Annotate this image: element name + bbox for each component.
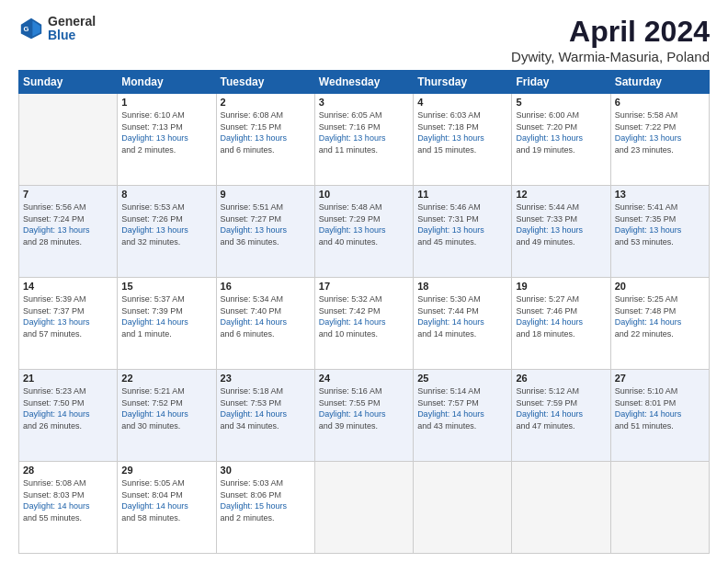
- table-row: 1Sunrise: 6:10 AMSunset: 7:13 PMDaylight…: [118, 94, 216, 186]
- table-row: 20Sunrise: 5:25 AMSunset: 7:48 PMDayligh…: [610, 278, 709, 370]
- day-info: Sunrise: 5:32 AMSunset: 7:42 PMDaylight:…: [319, 293, 409, 339]
- table-row: [414, 462, 512, 554]
- logo-general: General: [48, 15, 96, 29]
- table-row: 7Sunrise: 5:56 AMSunset: 7:24 PMDaylight…: [19, 186, 118, 278]
- day-info: Sunrise: 5:44 AMSunset: 7:33 PMDaylight:…: [516, 201, 606, 247]
- title-block: April 2024 Dywity, Warmia-Masuria, Polan…: [511, 15, 710, 64]
- table-row: 17Sunrise: 5:32 AMSunset: 7:42 PMDayligh…: [314, 278, 413, 370]
- day-info: Sunrise: 5:30 AMSunset: 7:44 PMDaylight:…: [417, 293, 507, 339]
- logo-blue: Blue: [48, 29, 96, 42]
- table-row: 18Sunrise: 5:30 AMSunset: 7:44 PMDayligh…: [414, 278, 512, 370]
- day-info: Sunrise: 6:00 AMSunset: 7:20 PMDaylight:…: [516, 109, 606, 155]
- day-info: Sunrise: 5:12 AMSunset: 7:59 PMDaylight:…: [516, 385, 606, 431]
- day-number: 25: [417, 373, 507, 384]
- header: G General Blue April 2024 Dywity, Warmia…: [18, 15, 710, 64]
- table-row: 22Sunrise: 5:21 AMSunset: 7:52 PMDayligh…: [118, 370, 216, 462]
- day-info: Sunrise: 5:21 AMSunset: 7:52 PMDaylight:…: [121, 385, 211, 431]
- table-row: 13Sunrise: 5:41 AMSunset: 7:35 PMDayligh…: [610, 186, 709, 278]
- col-friday: Friday: [512, 71, 610, 94]
- day-number: 18: [417, 281, 507, 292]
- table-row: 25Sunrise: 5:14 AMSunset: 7:57 PMDayligh…: [414, 370, 512, 462]
- day-number: 23: [221, 373, 311, 384]
- header-row: Sunday Monday Tuesday Wednesday Thursday…: [19, 71, 710, 94]
- calendar-title: April 2024: [511, 15, 710, 49]
- table-row: 8Sunrise: 5:53 AMSunset: 7:26 PMDaylight…: [118, 186, 216, 278]
- col-saturday: Saturday: [610, 71, 709, 94]
- day-info: Sunrise: 6:10 AMSunset: 7:13 PMDaylight:…: [121, 109, 211, 155]
- col-sunday: Sunday: [19, 71, 118, 94]
- day-info: Sunrise: 5:48 AMSunset: 7:29 PMDaylight:…: [319, 201, 409, 247]
- day-info: Sunrise: 5:37 AMSunset: 7:39 PMDaylight:…: [121, 293, 211, 339]
- day-info: Sunrise: 5:46 AMSunset: 7:31 PMDaylight:…: [417, 201, 507, 247]
- logo-icon: G: [18, 16, 44, 41]
- day-number: 17: [319, 281, 409, 292]
- table-row: 4Sunrise: 6:03 AMSunset: 7:18 PMDaylight…: [414, 94, 512, 186]
- svg-text:G: G: [24, 25, 29, 33]
- table-row: [512, 462, 610, 554]
- day-number: 15: [121, 281, 211, 292]
- day-info: Sunrise: 5:08 AMSunset: 8:03 PMDaylight:…: [23, 477, 113, 523]
- day-number: 3: [319, 97, 409, 108]
- day-number: 19: [516, 281, 606, 292]
- table-row: 30Sunrise: 5:03 AMSunset: 8:06 PMDayligh…: [216, 462, 314, 554]
- day-info: Sunrise: 6:05 AMSunset: 7:16 PMDaylight:…: [319, 109, 409, 155]
- day-info: Sunrise: 5:05 AMSunset: 8:04 PMDaylight:…: [121, 477, 211, 523]
- day-info: Sunrise: 5:14 AMSunset: 7:57 PMDaylight:…: [417, 385, 507, 431]
- day-info: Sunrise: 5:41 AMSunset: 7:35 PMDaylight:…: [615, 201, 705, 247]
- calendar-week-row: 21Sunrise: 5:23 AMSunset: 7:50 PMDayligh…: [19, 370, 710, 462]
- day-info: Sunrise: 5:58 AMSunset: 7:22 PMDaylight:…: [615, 109, 705, 155]
- table-row: [19, 94, 118, 186]
- day-number: 2: [221, 97, 311, 108]
- day-number: 11: [417, 189, 507, 200]
- day-number: 9: [221, 189, 311, 200]
- col-thursday: Thursday: [414, 71, 512, 94]
- table-row: [610, 462, 709, 554]
- day-number: 24: [319, 373, 409, 384]
- calendar-week-row: 7Sunrise: 5:56 AMSunset: 7:24 PMDaylight…: [19, 186, 710, 278]
- day-info: Sunrise: 5:23 AMSunset: 7:50 PMDaylight:…: [23, 385, 113, 431]
- calendar-table: Sunday Monday Tuesday Wednesday Thursday…: [18, 70, 710, 554]
- day-number: 27: [615, 373, 705, 384]
- table-row: 10Sunrise: 5:48 AMSunset: 7:29 PMDayligh…: [314, 186, 413, 278]
- table-row: 14Sunrise: 5:39 AMSunset: 7:37 PMDayligh…: [19, 278, 118, 370]
- table-row: 16Sunrise: 5:34 AMSunset: 7:40 PMDayligh…: [216, 278, 314, 370]
- day-info: Sunrise: 5:51 AMSunset: 7:27 PMDaylight:…: [221, 201, 311, 247]
- day-number: 16: [221, 281, 311, 292]
- calendar-week-row: 14Sunrise: 5:39 AMSunset: 7:37 PMDayligh…: [19, 278, 710, 370]
- col-wednesday: Wednesday: [314, 71, 413, 94]
- day-number: 21: [23, 373, 113, 384]
- day-info: Sunrise: 5:39 AMSunset: 7:37 PMDaylight:…: [23, 293, 113, 339]
- day-info: Sunrise: 5:53 AMSunset: 7:26 PMDaylight:…: [121, 201, 211, 247]
- day-number: 10: [319, 189, 409, 200]
- day-number: 4: [417, 97, 507, 108]
- table-row: 6Sunrise: 5:58 AMSunset: 7:22 PMDaylight…: [610, 94, 709, 186]
- day-info: Sunrise: 6:08 AMSunset: 7:15 PMDaylight:…: [221, 109, 311, 155]
- logo-text: General Blue: [48, 15, 96, 43]
- col-monday: Monday: [118, 71, 216, 94]
- day-number: 6: [615, 97, 705, 108]
- day-number: 20: [615, 281, 705, 292]
- day-number: 12: [516, 189, 606, 200]
- day-number: 8: [121, 189, 211, 200]
- table-row: 28Sunrise: 5:08 AMSunset: 8:03 PMDayligh…: [19, 462, 118, 554]
- day-number: 1: [121, 97, 211, 108]
- page: G General Blue April 2024 Dywity, Warmia…: [0, 0, 728, 563]
- day-number: 14: [23, 281, 113, 292]
- day-info: Sunrise: 5:16 AMSunset: 7:55 PMDaylight:…: [319, 385, 409, 431]
- table-row: 12Sunrise: 5:44 AMSunset: 7:33 PMDayligh…: [512, 186, 610, 278]
- day-info: Sunrise: 5:10 AMSunset: 8:01 PMDaylight:…: [615, 385, 705, 431]
- day-info: Sunrise: 5:18 AMSunset: 7:53 PMDaylight:…: [221, 385, 311, 431]
- table-row: [314, 462, 413, 554]
- table-row: 24Sunrise: 5:16 AMSunset: 7:55 PMDayligh…: [314, 370, 413, 462]
- table-row: 29Sunrise: 5:05 AMSunset: 8:04 PMDayligh…: [118, 462, 216, 554]
- col-tuesday: Tuesday: [216, 71, 314, 94]
- logo: G General Blue: [18, 15, 96, 43]
- day-info: Sunrise: 5:25 AMSunset: 7:48 PMDaylight:…: [615, 293, 705, 339]
- table-row: 26Sunrise: 5:12 AMSunset: 7:59 PMDayligh…: [512, 370, 610, 462]
- day-info: Sunrise: 6:03 AMSunset: 7:18 PMDaylight:…: [417, 109, 507, 155]
- day-number: 29: [121, 465, 211, 476]
- day-info: Sunrise: 5:56 AMSunset: 7:24 PMDaylight:…: [23, 201, 113, 247]
- table-row: 5Sunrise: 6:00 AMSunset: 7:20 PMDaylight…: [512, 94, 610, 186]
- day-number: 30: [221, 465, 311, 476]
- day-number: 7: [23, 189, 113, 200]
